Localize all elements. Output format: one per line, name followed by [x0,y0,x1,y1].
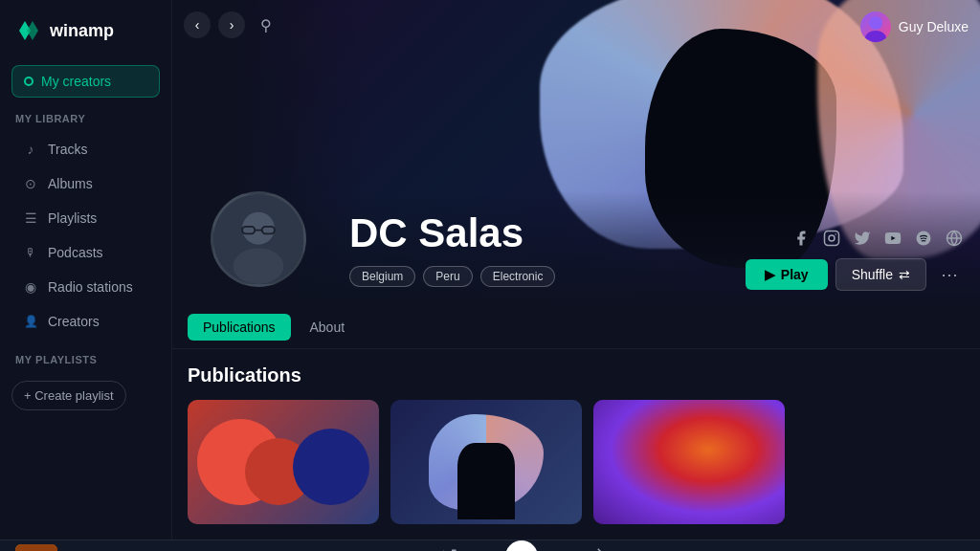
twitter-icon[interactable] [852,228,873,249]
sidebar-item-podcasts-label: Podcasts [48,245,103,260]
sidebar-item-albums[interactable]: Albums [8,167,164,200]
forward-icon: › [230,17,234,33]
winamp-logo-icon [15,17,42,44]
logo-text: winamp [50,21,114,41]
publication-card-3[interactable] [593,400,785,524]
sidebar-item-tracks-label: Tracks [48,142,87,157]
instagram-icon[interactable] [821,228,842,249]
tabs-bar: Publications About [172,306,980,349]
user-name: Guy Deluxe [899,19,969,34]
artist-tags: Belgium Peru Electronic [349,266,555,287]
logo: winamp [0,0,171,61]
artist-name: DC Salas [349,210,555,256]
spotify-icon[interactable] [913,228,934,249]
back-button[interactable]: ‹ [184,11,211,38]
svg-rect-8 [825,231,839,246]
card3-shapes [593,400,785,524]
web-icon[interactable] [944,228,965,249]
social-icons [791,228,965,249]
tab-about[interactable]: About [295,314,361,341]
music-icon [23,142,38,157]
tab-publications-label: Publications [203,320,276,335]
my-library-label: My library [0,113,171,132]
card1-circle3 [293,429,369,505]
playlist-icon [23,210,38,226]
card2-silhouette [457,443,515,519]
my-playlists-section: My playlists + Create playlist [0,354,171,418]
track-thumbnail [15,544,57,551]
podcast-icon [23,245,38,260]
svg-point-4 [234,248,284,284]
shuffle-label: Shuffle [852,267,893,282]
publications-title: Publications [188,364,965,386]
creators-icon [23,314,38,329]
publication-card-1[interactable] [188,400,379,524]
sidebar-item-creators[interactable]: Creators [8,305,164,338]
shuffle-icon: ⇄ [899,267,910,282]
svg-point-3 [242,212,275,245]
my-creators-dot [24,77,33,86]
back-icon: ‹ [195,17,200,33]
tab-about-label: About [310,320,345,335]
album-icon [23,176,38,191]
artist-tag-1[interactable]: Peru [423,266,472,287]
sidebar-item-playlists-label: Playlists [48,210,97,226]
sidebar-item-creators-label: Creators [48,314,100,329]
artist-section: DC Salas Belgium Peru Electronic [349,210,555,287]
main-content: ‹ › ⚲ Guy Deluxe [172,0,980,540]
youtube-icon[interactable] [882,228,903,249]
shuffle-button[interactable]: Shuffle ⇄ [835,258,926,291]
avatar [860,11,891,42]
svg-point-9 [829,235,835,241]
svg-rect-15 [15,544,57,551]
svg-point-1 [865,31,886,42]
action-buttons: ▶ Play Shuffle ⇄ ⋯ [746,258,965,291]
sidebar-item-podcasts[interactable]: Podcasts [8,236,164,269]
my-creators-button[interactable]: My creators [11,65,160,98]
my-creators-label: My creators [41,74,111,89]
svg-point-10 [835,233,836,235]
publications-area: Publications [172,349,980,540]
more-icon: ⋯ [941,264,958,285]
search-button[interactable]: ⚲ [253,11,279,38]
tab-publications[interactable]: Publications [188,314,291,341]
artist-tag-2[interactable]: Electronic [480,266,556,287]
hero-nav: ‹ › ⚲ [184,11,279,38]
more-button[interactable]: ⋯ [934,259,965,290]
forward-button[interactable]: › [218,11,245,38]
sidebar-item-radio-label: Radio stations [48,279,133,295]
sidebar-item-playlists[interactable]: Playlists [8,202,164,234]
play-pause-button[interactable] [505,540,538,551]
create-playlist-button[interactable]: + Create playlist [11,381,126,410]
artist-avatar-wrapper [211,191,306,287]
sidebar-item-radio-stations[interactable]: Radio stations [8,271,164,303]
radio-icon [23,279,38,295]
artist-avatar [211,191,306,287]
player-track-info: Llama lullaby DJ Mike Llama [15,544,207,551]
play-label: Play [781,267,809,282]
search-icon: ⚲ [260,16,272,34]
player-controls: 1:29 3:17 [251,540,792,551]
artist-tag-0[interactable]: Belgium [349,266,415,287]
play-button[interactable]: ▶ Play [746,259,828,290]
my-playlists-label: My playlists [0,354,171,373]
track-thumb-visual [15,544,57,551]
player-bar: Llama lullaby DJ Mike Llama ♡ ⋮ [0,540,980,551]
play-icon: ▶ [765,267,775,282]
publications-grid [188,400,965,524]
sidebar-item-tracks[interactable]: Tracks [8,133,164,165]
user-profile[interactable]: Guy Deluxe [860,11,969,42]
sidebar: winamp My creators My library Tracks Alb… [0,0,172,540]
sidebar-item-albums-label: Albums [48,176,93,191]
controls-buttons [440,540,603,551]
publication-card-2[interactable] [390,400,582,524]
svg-point-0 [869,16,882,30]
facebook-icon[interactable] [791,228,812,249]
hero-section: ‹ › ⚲ Guy Deluxe [172,0,980,306]
